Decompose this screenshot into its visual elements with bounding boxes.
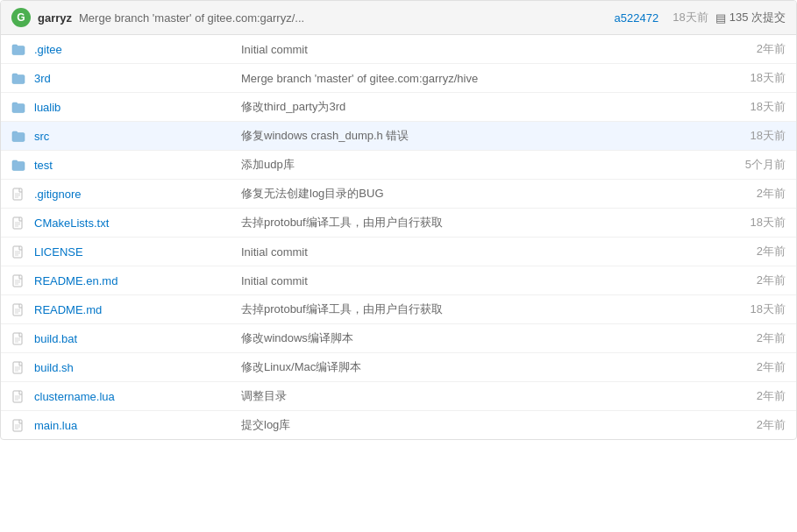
file-commit-message: 去掉protobuf编译工具，由用户自行获取	[227, 215, 698, 231]
file-icon	[11, 301, 29, 316]
svg-rect-0	[13, 188, 22, 200]
file-time: 2年前	[698, 186, 786, 202]
file-name-link[interactable]: lualib	[34, 101, 60, 114]
file-list: .giteeInitial commit2年前 3rdMerge branch …	[1, 35, 796, 439]
file-commit-message: 修复windows crash_dump.h 错误	[227, 128, 698, 144]
commits-label: 135 次提交	[729, 10, 786, 25]
table-row: main.lua提交log库2年前	[1, 411, 796, 439]
table-row: test添加udp库5个月前	[1, 151, 796, 180]
table-row: CMakeLists.txt去掉protobuf编译工具，由用户自行获取18天前	[1, 209, 796, 238]
file-time: 2年前	[698, 417, 786, 433]
table-row: .giteeInitial commit2年前	[1, 35, 796, 64]
file-time: 18天前	[698, 301, 786, 317]
file-time: 18天前	[698, 99, 786, 115]
file-commit-message: 修改windows编译脚本	[227, 330, 698, 346]
table-row: clustername.lua调整目录2年前	[1, 382, 796, 411]
file-time: 18天前	[698, 215, 786, 231]
file-time: 2年前	[698, 41, 786, 57]
file-icon	[11, 330, 29, 345]
file-time: 2年前	[698, 388, 786, 404]
file-commit-message: 修复无法创建log目录的BUG	[227, 186, 698, 202]
file-name-link[interactable]: LICENSE	[34, 245, 83, 259]
file-commit-message: 调整目录	[227, 388, 698, 404]
svg-rect-20	[13, 333, 22, 344]
commit-username[interactable]: garryz	[38, 11, 72, 25]
commit-header: G garryz Merge branch 'master' of gitee.…	[1, 1, 796, 35]
file-commit-message: 修改third_party为3rd	[227, 99, 698, 115]
file-icon	[11, 417, 29, 432]
table-row: lualib修改third_party为3rd18天前	[1, 93, 796, 122]
folder-icon	[11, 70, 29, 85]
table-row: build.bat修改windows编译脚本2年前	[1, 324, 796, 353]
file-commit-message: Merge branch 'master' of gitee.com:garry…	[227, 72, 698, 85]
commits-count[interactable]: ▤ 135 次提交	[715, 10, 786, 25]
file-commit-message: 添加udp库	[227, 157, 698, 173]
commits-icon: ▤	[715, 11, 726, 25]
table-row: LICENSEInitial commit2年前	[1, 238, 796, 266]
file-name-link[interactable]: src	[34, 130, 49, 143]
file-name-link[interactable]: build.bat	[34, 332, 77, 345]
file-commit-message: 提交log库	[227, 417, 698, 433]
folder-icon	[11, 41, 29, 56]
svg-rect-24	[13, 362, 22, 373]
file-icon	[11, 215, 29, 230]
file-name-link[interactable]: clustername.lua	[34, 390, 115, 403]
folder-icon	[11, 99, 29, 114]
svg-rect-32	[13, 420, 22, 431]
file-icon	[11, 359, 29, 374]
file-commit-message: Initial commit	[227, 274, 698, 287]
file-icon	[11, 388, 29, 403]
commit-message: Merge branch 'master' of gitee.com:garry…	[79, 11, 601, 25]
file-commit-message: 修改Linux/Mac编译脚本	[227, 359, 698, 375]
table-row: README.en.mdInitial commit2年前	[1, 266, 796, 295]
file-commit-message: Initial commit	[227, 245, 698, 259]
file-name-link[interactable]: README.md	[34, 303, 102, 316]
table-row: build.sh修改Linux/Mac编译脚本2年前	[1, 353, 796, 382]
folder-icon	[11, 128, 29, 143]
file-name-link[interactable]: .gitignore	[34, 188, 81, 201]
commit-time: 18天前	[672, 10, 708, 25]
file-commit-message: 去掉protobuf编译工具，由用户自行获取	[227, 301, 698, 317]
file-time: 2年前	[698, 244, 786, 259]
svg-rect-16	[13, 304, 22, 316]
file-name-link[interactable]: test	[34, 159, 53, 172]
file-name-link[interactable]: main.lua	[34, 419, 77, 432]
file-time: 18天前	[698, 128, 786, 144]
table-row: README.md去掉protobuf编译工具，由用户自行获取18天前	[1, 295, 796, 324]
commit-hash[interactable]: a522472	[615, 11, 659, 25]
file-name-link[interactable]: CMakeLists.txt	[34, 216, 109, 230]
file-icon	[11, 186, 29, 201]
table-row: .gitignore修复无法创建log目录的BUG2年前	[1, 180, 796, 209]
file-icon	[11, 244, 29, 259]
svg-rect-28	[13, 391, 22, 402]
table-row: src修复windows crash_dump.h 错误18天前	[1, 122, 796, 151]
svg-rect-12	[13, 275, 22, 287]
folder-icon	[11, 157, 29, 172]
table-row: 3rdMerge branch 'master' of gitee.com:ga…	[1, 64, 796, 93]
avatar: G	[11, 8, 31, 27]
file-name-link[interactable]: .gitee	[34, 43, 62, 56]
file-name-link[interactable]: README.en.md	[34, 274, 117, 287]
file-browser: G garryz Merge branch 'master' of gitee.…	[0, 0, 797, 440]
svg-rect-4	[13, 217, 22, 229]
file-icon	[11, 273, 29, 287]
file-time: 5个月前	[698, 157, 786, 173]
file-name-link[interactable]: build.sh	[34, 361, 74, 374]
file-time: 2年前	[698, 359, 786, 375]
file-commit-message: Initial commit	[227, 43, 698, 56]
file-time: 2年前	[698, 273, 786, 288]
svg-rect-8	[13, 246, 22, 258]
file-time: 18天前	[698, 70, 786, 86]
file-name-link[interactable]: 3rd	[34, 72, 51, 85]
file-time: 2年前	[698, 330, 786, 346]
